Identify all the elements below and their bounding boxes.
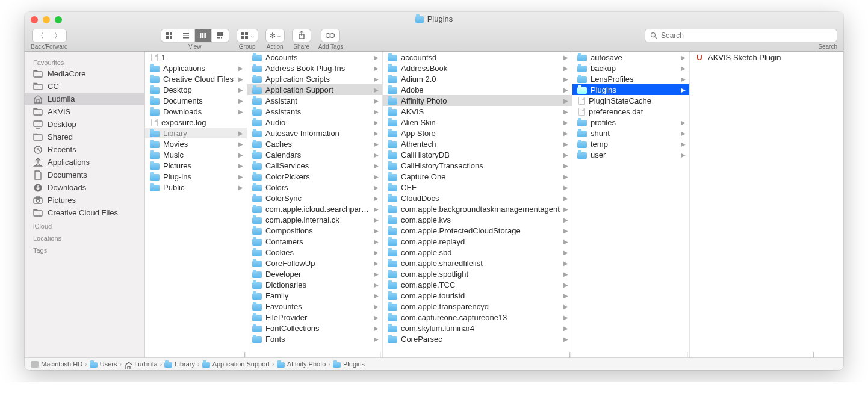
list-item[interactable]: com.apple.transparencyd▶ xyxy=(383,301,572,312)
list-item[interactable]: Application Support▶ xyxy=(247,84,382,95)
list-item[interactable]: CoreFollowUp▶ xyxy=(247,258,382,268)
list-item[interactable]: CloudDocs▶ xyxy=(383,193,572,203)
sidebar-item[interactable]: Pictures xyxy=(25,194,144,206)
list-item[interactable]: Caches▶ xyxy=(247,138,382,149)
sidebar-item[interactable]: Desktop xyxy=(25,118,144,131)
close-button[interactable] xyxy=(31,16,38,23)
list-item[interactable]: AKVIS▶ xyxy=(383,106,572,117)
column[interactable]: accountsd▶AddressBook▶Adium 2.0▶Adobe▶Af… xyxy=(383,52,572,357)
search-field[interactable] xyxy=(645,29,837,42)
path-item[interactable]: Plugins xyxy=(333,360,365,368)
list-item[interactable]: LensProfiles▶ xyxy=(572,73,689,84)
minimize-button[interactable] xyxy=(43,16,50,23)
sidebar-item[interactable]: Ludmila xyxy=(25,93,144,105)
column[interactable]: 1Applications▶Creative Cloud Files▶Deskt… xyxy=(145,52,247,357)
sidebar-item[interactable]: MediaCore xyxy=(25,67,144,80)
list-item[interactable]: Public▶ xyxy=(145,182,247,193)
list-item[interactable]: exposure.log xyxy=(145,117,247,128)
list-item[interactable]: autosave▶ xyxy=(572,52,689,63)
column[interactable]: UAKVIS Sketch Plugin|| xyxy=(690,52,816,357)
sidebar-item[interactable]: Documents xyxy=(25,168,144,181)
list-item[interactable]: Downloads▶ xyxy=(145,106,247,117)
path-item[interactable]: Macintosh HD xyxy=(31,360,82,368)
list-item[interactable]: Cookies▶ xyxy=(247,247,382,258)
list-item[interactable]: FileProvider▶ xyxy=(247,312,382,323)
list-item[interactable]: com.apple.spotlight▶ xyxy=(383,268,572,279)
list-item[interactable]: Capture One▶ xyxy=(383,171,572,182)
sidebar-item[interactable]: Downloads xyxy=(25,181,144,194)
list-item[interactable]: com.skylum.luminar4▶ xyxy=(383,323,572,333)
icon-view-button[interactable] xyxy=(161,29,178,42)
list-item[interactable]: CallHistoryTransactions▶ xyxy=(383,160,572,171)
list-item[interactable]: Affinity Photo▶ xyxy=(383,95,572,106)
list-item[interactable]: CEF▶ xyxy=(383,182,572,193)
list-item[interactable]: CoreParsec▶ xyxy=(383,333,572,344)
list-item[interactable]: Desktop▶ xyxy=(145,84,247,95)
list-item[interactable]: Library▶ xyxy=(145,128,247,138)
list-item[interactable]: com.apple.backgroundtaskmanagementagent▶ xyxy=(383,203,572,214)
list-item[interactable]: Assistant▶ xyxy=(247,95,382,106)
tags-button[interactable] xyxy=(321,29,340,42)
list-item[interactable]: com.apple.replayd▶ xyxy=(383,236,572,247)
column-resize-handle[interactable]: || xyxy=(569,351,569,357)
path-item[interactable]: Ludmila xyxy=(124,360,158,368)
list-item[interactable]: Documents▶ xyxy=(145,95,247,106)
list-item[interactable]: AddressBook▶ xyxy=(383,63,572,73)
list-item[interactable]: com.apple.ProtectedCloudStorage▶ xyxy=(383,225,572,236)
list-item[interactable]: App Store▶ xyxy=(383,128,572,138)
list-item[interactable]: Dictionaries▶ xyxy=(247,279,382,290)
list-item[interactable]: 1 xyxy=(145,52,247,63)
column[interactable]: Accounts▶Address Book Plug-Ins▶Applicati… xyxy=(247,52,383,357)
list-item[interactable]: com.apple.kvs▶ xyxy=(383,214,572,225)
column-resize-handle[interactable]: || xyxy=(686,351,687,357)
list-item[interactable]: Developer▶ xyxy=(247,268,382,279)
sidebar[interactable]: FavouritesMediaCoreCCLudmilaAKVISDesktop… xyxy=(25,52,145,357)
sidebar-item[interactable]: AKVIS xyxy=(25,105,144,118)
list-item[interactable]: CallHistoryDB▶ xyxy=(383,149,572,160)
path-item[interactable]: Library xyxy=(164,360,195,368)
forward-button[interactable]: 〉 xyxy=(49,29,66,42)
group-button[interactable]: ⌵ xyxy=(237,29,258,42)
list-item[interactable]: Accounts▶ xyxy=(247,52,382,63)
list-item[interactable]: CallServices▶ xyxy=(247,160,382,171)
list-item[interactable]: Autosave Information▶ xyxy=(247,128,382,138)
list-item[interactable]: Calendars▶ xyxy=(247,149,382,160)
column-view-button[interactable] xyxy=(195,29,212,42)
path-item[interactable]: Application Support xyxy=(202,360,270,368)
list-item[interactable]: UAKVIS Sketch Plugin xyxy=(690,52,816,63)
list-item[interactable]: backup▶ xyxy=(572,63,689,73)
list-item[interactable]: ColorSync▶ xyxy=(247,193,382,203)
path-item[interactable]: Users xyxy=(90,360,117,368)
list-item[interactable]: preferences.dat xyxy=(572,106,689,117)
list-item[interactable]: Address Book Plug-Ins▶ xyxy=(247,63,382,73)
list-item[interactable]: Fonts▶ xyxy=(247,333,382,344)
list-item[interactable]: Family▶ xyxy=(247,290,382,301)
list-item[interactable]: Favourites▶ xyxy=(247,301,382,312)
sidebar-item[interactable]: CC xyxy=(25,80,144,93)
list-item[interactable]: com.apple.TCC▶ xyxy=(383,279,572,290)
list-item[interactable]: user▶ xyxy=(572,149,689,160)
list-item[interactable]: ColorPickers▶ xyxy=(247,171,382,182)
list-item[interactable]: temp▶ xyxy=(572,138,689,149)
list-item[interactable]: PluginStateCache xyxy=(572,95,689,106)
list-item[interactable]: com.apple.sharedfilelist▶ xyxy=(383,258,572,268)
list-item[interactable]: shunt▶ xyxy=(572,128,689,138)
list-item[interactable]: Pictures▶ xyxy=(145,160,247,171)
list-item[interactable]: Creative Cloud Files▶ xyxy=(145,73,247,84)
list-item[interactable]: Compositions▶ xyxy=(247,225,382,236)
list-item[interactable]: Audio▶ xyxy=(247,117,382,128)
list-item[interactable]: Plugins▶ xyxy=(572,84,689,95)
column[interactable]: autosave▶backup▶LensProfiles▶Plugins▶Plu… xyxy=(572,52,690,357)
gallery-view-button[interactable] xyxy=(212,29,229,42)
sidebar-item[interactable]: Applications xyxy=(25,156,144,168)
list-item[interactable]: Alien Skin▶ xyxy=(383,117,572,128)
list-item[interactable]: Containers▶ xyxy=(247,236,382,247)
search-input[interactable] xyxy=(661,31,832,40)
list-item[interactable]: com.apple.touristd▶ xyxy=(383,290,572,301)
list-item[interactable]: accountsd▶ xyxy=(383,52,572,63)
sidebar-item[interactable]: Creative Cloud Files xyxy=(25,206,144,219)
list-item[interactable]: profiles▶ xyxy=(572,117,689,128)
share-button[interactable] xyxy=(292,29,311,42)
list-item[interactable]: Assistants▶ xyxy=(247,106,382,117)
list-item[interactable]: FontCollections▶ xyxy=(247,323,382,333)
